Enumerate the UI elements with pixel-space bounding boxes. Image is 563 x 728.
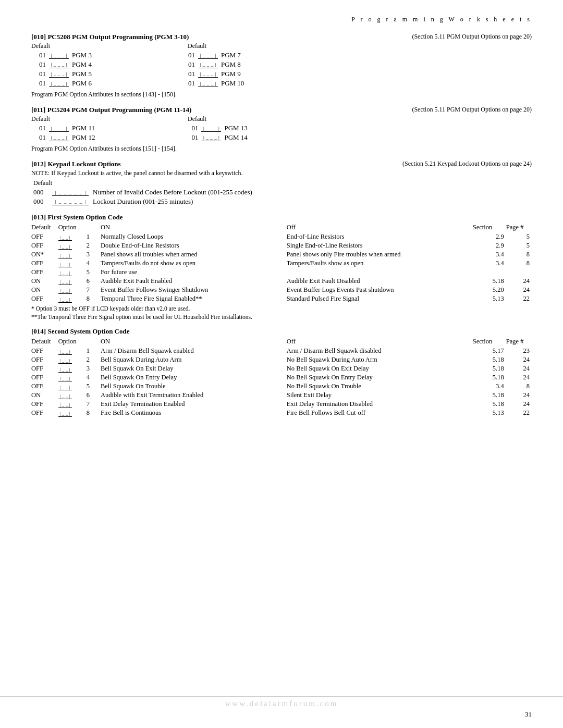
cell-section-014-3: 5.18 (473, 373, 506, 382)
th-default-013: Default (31, 224, 58, 232)
cell-default-014-1: OFF (31, 355, 58, 364)
cell-section-014-2: 5.18 (473, 364, 506, 373)
cell-num-014-2: 3 (87, 364, 101, 373)
cell-option-014-2: |__| (58, 364, 87, 373)
pgm7-box: |___| (198, 52, 218, 59)
cell-section-6: 5.20 (473, 286, 506, 294)
table-row: OFF |__| 4 Bell Squawk On Entry Delay No… (31, 373, 532, 382)
th-option-014: Option (58, 338, 87, 347)
pgm-row-4: 01 |___| PGM 4 (31, 60, 92, 69)
footnote-1: **The Temporal Three Fire Signal option … (31, 314, 532, 320)
pgm10-box: |___| (198, 80, 218, 87)
th-num-014 (87, 338, 101, 347)
pgm8-val: 01 (180, 60, 195, 69)
cell-section-014-6: 5.18 (473, 400, 506, 409)
cell-section-3: 3.4 (473, 259, 506, 268)
pgm3-val: 01 (31, 51, 46, 59)
cell-option-014-4: |__| (58, 382, 87, 391)
cell-option-014-5: |__| (58, 391, 87, 400)
cell-section-014-0: 5.17 (473, 347, 506, 355)
pgm3-label: PGM 3 (72, 51, 92, 59)
cell-section-014-7: 5.13 (473, 409, 506, 417)
th-page-014: Page # (506, 338, 532, 347)
cell-default-014-2: OFF (31, 364, 58, 373)
lockout-val-2: 000 (33, 198, 52, 206)
cell-num-2: 3 (87, 250, 101, 259)
cell-section-5: 5.18 (473, 277, 506, 286)
pgm-row-5: 01 |___| PGM 5 (31, 70, 92, 78)
pgm-row-14: 01 |___| PGM 14 (183, 133, 247, 142)
cell-off-4 (287, 268, 473, 277)
th-option-013: Option (58, 224, 87, 232)
cell-num-014-1: 2 (87, 355, 101, 364)
cell-on-014-5: Audible with Exit Termination Enabled (101, 391, 287, 400)
cell-section-2: 3.4 (473, 250, 506, 259)
cell-section-014-4: 3.4 (473, 382, 506, 391)
cell-default-0: OFF (31, 232, 58, 241)
cell-num-5: 6 (87, 277, 101, 286)
pgm-row-7: 01 |___| PGM 7 (180, 51, 244, 59)
pgm9-val: 01 (180, 70, 195, 78)
cell-page-4 (506, 268, 532, 277)
cell-option-5: |__| (58, 277, 87, 286)
cell-off-014-4: No Bell Squawk On Trouble (287, 382, 473, 391)
header-title: P r o g r a m m i n g W o r k s h e e t … (351, 16, 532, 23)
cell-num-0: 1 (87, 232, 101, 241)
th-section-014: Section (473, 338, 506, 347)
section-011-default2: Default (188, 115, 206, 123)
cell-off-3: Tampers/Faults show as open (287, 259, 473, 268)
cell-num-4: 5 (87, 268, 101, 277)
pgm010-right-col: 01 |___| PGM 7 01 |___| PGM 8 01 |___| P… (180, 51, 244, 89)
table-row: OFF |__| 7 Exit Delay Termination Enable… (31, 400, 532, 409)
section-010-ref: (Section 5.11 PGM Output Options on page… (412, 33, 532, 41)
pgm9-box: |___| (198, 70, 218, 78)
th-default-014: Default (31, 338, 58, 347)
section-010-note: Program PGM Option Attributes in section… (31, 91, 532, 98)
th-section-013: Section (473, 224, 506, 232)
lockout-label-2: Lockout Duration (001-255 minutes) (93, 198, 193, 206)
cell-page-014-3: 24 (506, 373, 532, 382)
cell-option-2: |__| (58, 250, 87, 259)
table-row: OFF |__| 2 Bell Squawk During Auto Arm N… (31, 355, 532, 364)
cell-default-014-0: OFF (31, 347, 58, 355)
cell-page-1: 5 (506, 241, 532, 250)
cell-on-2: Panel shows all troubles when armed (101, 250, 287, 259)
th-off-014: Off (287, 338, 473, 347)
cell-page-6: 24 (506, 286, 532, 294)
cell-on-014-0: Arm / Disarm Bell Squawk enabled (101, 347, 287, 355)
cell-option-6: |__| (58, 286, 87, 294)
lockout-box-2: |_____| (52, 198, 89, 205)
pgm-row-11: 01 |___| PGM 11 (31, 124, 95, 132)
section-012: [012] Keypad Lockout Options (Section 5.… (31, 160, 532, 206)
section-010-title: [010] PC5208 PGM Output Programming (PGM… (31, 33, 189, 41)
cell-section-0: 2.9 (473, 232, 506, 241)
section-013-title: [013] First System Option Code (31, 213, 532, 221)
section-010: [010] PC5208 PGM Output Programming (PGM… (31, 33, 532, 98)
pgm010-left-col: 01 |___| PGM 3 01 |___| PGM 4 01 |___| P… (31, 51, 92, 89)
cell-on-4: For future use (101, 268, 287, 277)
section-011: [011] PC5204 PGM Output Programming (PGM… (31, 106, 532, 153)
cell-off-0: End-of-Line Resistors (287, 232, 473, 241)
pgm5-label: PGM 5 (72, 70, 92, 78)
cell-default-014-6: OFF (31, 400, 58, 409)
section-012-note: NOTE: If Keypad Lockout is active, the p… (31, 169, 532, 177)
section-012-title: [012] Keypad Lockout Options (31, 160, 121, 168)
table-row: ON |__| 7 Event Buffer Follows Swinger S… (31, 286, 532, 294)
cell-num-1: 2 (87, 241, 101, 250)
footnote-0: * Option 3 must be OFF if LCD keypads ol… (31, 305, 532, 312)
cell-default-5: ON (31, 277, 58, 286)
sys013-table: Default Option ON Off Section Page # OFF… (31, 224, 532, 303)
table-row: OFF |__| 8 Fire Bell is Continuous Fire … (31, 409, 532, 417)
pgm-row-3: 01 |___| PGM 3 (31, 51, 92, 59)
cell-option-014-0: |__| (58, 347, 87, 355)
table-row: OFF |__| 4 Tampers/Faults do not show as… (31, 259, 532, 268)
cell-num-6: 7 (87, 286, 101, 294)
cell-option-1: |__| (58, 241, 87, 250)
cell-section-7: 5.13 (473, 294, 506, 303)
cell-page-2: 8 (506, 250, 532, 259)
cell-num-014-0: 1 (87, 347, 101, 355)
pgm5-val: 01 (31, 70, 46, 78)
cell-on-5: Audible Exit Fault Enabled (101, 277, 287, 286)
cell-off-014-5: Silent Exit Delay (287, 391, 473, 400)
cell-on-6: Event Buffer Follows Swinger Shutdown (101, 286, 287, 294)
